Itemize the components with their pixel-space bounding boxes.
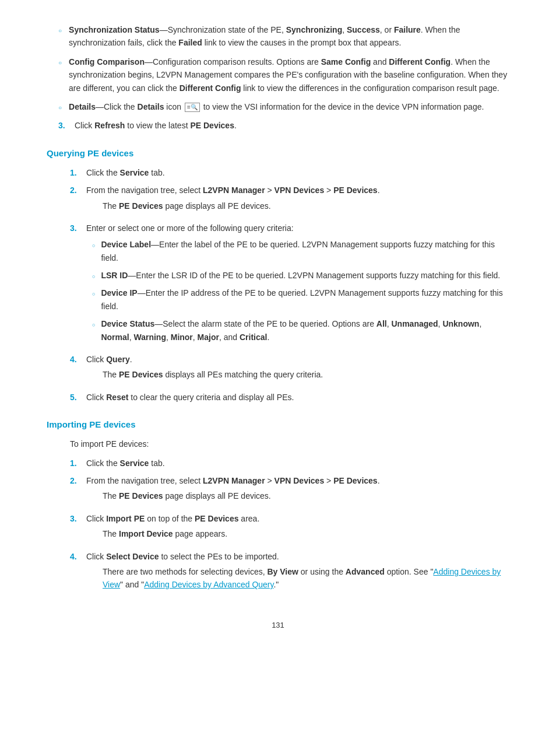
querying-section: Querying PE devices 1. Click the Service… <box>47 146 509 404</box>
bullet-icon: ○ <box>58 103 62 113</box>
details-icon: ≡🔍 <box>185 103 200 112</box>
lsr-id-bullet: ○ LSR ID—Enter the LSR ID of the PE to b… <box>92 269 509 282</box>
query-step-2: 2. From the navigation tree, select L2VP… <box>47 184 509 217</box>
refresh-step: 3. Click Refresh to view the latest PE D… <box>47 119 509 132</box>
minor-bold: Minor <box>171 332 193 342</box>
vpn-devices-bold: VPN Devices <box>275 186 325 195</box>
query-criteria-list: ○ Device Label—Enter the label of the PE… <box>86 238 509 344</box>
device-status-bullet: ○ Device Status—Select the alarm state o… <box>92 317 509 344</box>
critical-bold: Critical <box>240 332 267 342</box>
refresh-step-content: Click Refresh to view the latest PE Devi… <box>75 119 509 132</box>
import-service-tab-bold: Service <box>120 459 149 468</box>
import-step-2-content: From the navigation tree, select L2VPN M… <box>86 474 509 508</box>
warning-bold: Warning <box>133 332 166 342</box>
query-step-3: 3. Enter or select one or more of the fo… <box>47 222 509 348</box>
importing-intro: To import PE devices: <box>47 438 509 450</box>
sync-status-content: Synchronization Status—Synchronization s… <box>69 23 509 50</box>
top-bullets-section: ○ Synchronization Status—Synchronization… <box>47 23 509 113</box>
pe-devices-bold-2: PE Devices <box>333 186 378 195</box>
import-pe-bold: Import PE <box>106 514 145 523</box>
step-4-number: 4. <box>70 353 86 366</box>
import-step-2: 2. From the navigation tree, select L2VP… <box>47 474 509 508</box>
unknown-bold: Unknown <box>442 319 479 328</box>
all-bold: All <box>376 319 387 328</box>
device-label-content: Device Label—Enter the label of the PE t… <box>101 238 509 264</box>
lsr-id-bold: LSR ID <box>101 271 128 280</box>
import-pe-devices-bold: PE Devices <box>333 476 378 485</box>
step-5-number: 5. <box>70 391 86 404</box>
import-step-3-sub: The Import Device page appears. <box>86 527 509 540</box>
advanced-bold: Advanced <box>346 567 385 576</box>
service-tab-bold: Service <box>120 168 149 177</box>
query-bold: Query <box>106 355 129 364</box>
import-pe-devices-sub-bold: PE Devices <box>119 491 163 501</box>
normal-bold: Normal <box>101 332 129 342</box>
device-status-bold: Device Status <box>101 319 154 328</box>
sub-bullet-icon: ○ <box>92 290 95 298</box>
major-bold: Major <box>198 332 219 342</box>
import-step-4-number: 4. <box>70 550 86 563</box>
step-2-content: From the navigation tree, select L2VPN M… <box>86 184 509 217</box>
step-number: 3. <box>58 119 75 132</box>
pe-devices-bold: PE Devices <box>190 121 234 130</box>
same-config: Same Config <box>321 57 371 66</box>
bullet-icon: ○ <box>58 26 62 36</box>
config-comparison-label: Config Comparison <box>69 57 145 66</box>
step-5-content: Click Reset to clear the query criteria … <box>86 391 509 404</box>
unmanaged-bold: Unmanaged <box>391 319 438 328</box>
import-step-4-content: Click Select Device to select the PEs to… <box>86 550 509 596</box>
pe-devices-sub-bold: PE Devices <box>119 201 163 211</box>
sync-success: Success <box>347 25 380 34</box>
refresh-bold: Refresh <box>94 121 125 130</box>
import-vpn-devices-bold: VPN Devices <box>275 476 325 485</box>
device-label-bullet: ○ Device Label—Enter the label of the PE… <box>92 238 509 264</box>
import-step-4: 4. Click Select Device to select the PEs… <box>47 550 509 596</box>
sub-bullet-icon: ○ <box>92 272 95 281</box>
different-config-link[interactable]: Different Config <box>180 83 241 93</box>
step-1-content: Click the Service tab. <box>86 166 509 179</box>
config-comparison-bullet: ○ Config Comparison—Configuration compar… <box>47 55 509 94</box>
sync-status-bullet: ○ Synchronization Status—Synchronization… <box>47 23 509 50</box>
sync-failure: Failure <box>394 25 421 34</box>
page-number: 131 <box>47 620 509 632</box>
details-content: Details—Click the Details icon ≡🔍 to vie… <box>69 100 509 113</box>
pe-devices-step4-bold: PE Devices <box>119 370 163 379</box>
different-config: Different Config <box>389 57 451 66</box>
sync-failed-link[interactable]: Failed <box>178 38 202 47</box>
config-comparison-content: Config Comparison—Configuration comparis… <box>69 55 509 94</box>
details-label: Details <box>69 102 96 111</box>
lsr-id-content: LSR ID—Enter the LSR ID of the PE to be … <box>101 269 509 282</box>
import-l2vpn-bold: L2VPN Manager <box>203 476 265 485</box>
import-step-3-number: 3. <box>70 512 86 525</box>
query-step-5: 5. Click Reset to clear the query criter… <box>47 391 509 404</box>
query-step-4: 4. Click Query. The PE Devices displays … <box>47 353 509 386</box>
step-3-number: 3. <box>70 222 86 235</box>
import-device-page-bold: Import Device <box>119 529 173 538</box>
adding-devices-by-advanced-query-link[interactable]: Adding Devices by Advanced Query <box>144 580 273 589</box>
step-4-content: Click Query. The PE Devices displays all… <box>86 353 509 386</box>
import-step-2-number: 2. <box>70 474 86 487</box>
querying-heading: Querying PE devices <box>47 146 509 160</box>
device-status-content: Device Status—Select the alarm state of … <box>101 317 509 344</box>
import-step-1-content: Click the Service tab. <box>86 457 509 470</box>
device-ip-bold: Device IP <box>101 288 137 298</box>
query-step-1: 1. Click the Service tab. <box>47 166 509 179</box>
sync-synchronizing: Synchronizing <box>286 25 342 34</box>
by-view-bold: By View <box>267 567 298 576</box>
select-device-bold: Select Device <box>106 552 159 561</box>
import-step-4-sub: There are two methods for selecting devi… <box>86 565 509 592</box>
importing-section: Importing PE devices To import PE device… <box>47 418 509 596</box>
l2vpn-manager-bold: L2VPN Manager <box>203 186 265 195</box>
import-pe-devices-area-bold: PE Devices <box>195 514 239 523</box>
sub-bullet-icon: ○ <box>92 242 95 250</box>
step-3-content: Enter or select one or more of the follo… <box>86 222 509 348</box>
import-step-2-sub: The PE Devices page displays all PE devi… <box>86 489 509 502</box>
import-step-1: 1. Click the Service tab. <box>47 457 509 470</box>
device-label-bold: Device Label <box>101 240 151 249</box>
bullet-icon: ○ <box>58 58 62 68</box>
details-link[interactable]: Details <box>138 102 164 111</box>
reset-bold: Reset <box>106 393 128 402</box>
importing-heading: Importing PE devices <box>47 418 509 432</box>
step-1-number: 1. <box>70 166 86 179</box>
details-bullet: ○ Details—Click the Details icon ≡🔍 to v… <box>47 100 509 113</box>
